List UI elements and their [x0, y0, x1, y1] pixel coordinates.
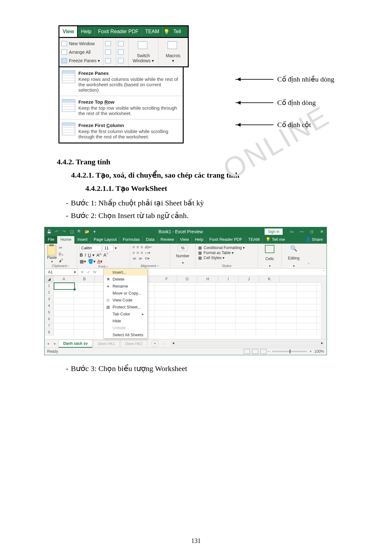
- ctx-protect-sheet[interactable]: ▦Protect Sheet...: [104, 303, 147, 310]
- wrap-text-icon[interactable]: ab↵: [145, 245, 152, 249]
- ctx-delete[interactable]: ✖Delete: [104, 276, 147, 283]
- redo-icon[interactable]: ↷: [62, 229, 67, 234]
- find-select-icon[interactable]: 🔍: [290, 245, 297, 252]
- tab-tell[interactable]: Tell: [170, 26, 184, 37]
- col-header[interactable]: G: [177, 276, 198, 282]
- horizontal-scrollbar[interactable]: ◂▸: [171, 341, 324, 346]
- tab-page-layout[interactable]: Page Layout: [90, 236, 119, 244]
- new-sheet-button[interactable]: +: [151, 340, 159, 347]
- increase-font-icon[interactable]: A^: [96, 253, 101, 258]
- zoom-out-icon[interactable]: −: [267, 349, 270, 354]
- align-center-icon[interactable]: ≡: [137, 251, 139, 255]
- ctx-insert[interactable]: Insert...: [104, 269, 147, 276]
- unhide-icon[interactable]: [105, 58, 111, 63]
- col-header[interactable]: J: [239, 276, 259, 282]
- italic-button[interactable]: I: [85, 253, 86, 258]
- percent-button[interactable]: %: [178, 245, 188, 251]
- hide-icon[interactable]: [105, 50, 111, 55]
- expand-formula-bar-icon[interactable]: ˅: [323, 270, 325, 274]
- align-middle-icon[interactable]: ≡: [137, 245, 139, 249]
- bold-button[interactable]: B: [80, 253, 83, 258]
- format-as-table-button[interactable]: ▦ Format as Table ▾: [198, 251, 255, 255]
- vertical-scrollbar[interactable]: [321, 282, 327, 339]
- align-right-icon[interactable]: ≡: [141, 251, 143, 255]
- enter-formula-icon[interactable]: ✓: [87, 270, 90, 274]
- tab-view[interactable]: View: [59, 26, 78, 38]
- col-header[interactable]: K: [259, 276, 280, 282]
- cancel-formula-icon[interactable]: ✕: [81, 270, 84, 274]
- share-button[interactable]: 👤 Share: [302, 236, 327, 244]
- sheet-tab-3[interactable]: Diem HK2: [120, 340, 147, 347]
- page-layout-view-icon[interactable]: [252, 349, 258, 354]
- align-left-icon[interactable]: ≡: [132, 251, 135, 255]
- close-icon[interactable]: ✕: [319, 229, 325, 234]
- row-header[interactable]: 8: [45, 329, 54, 336]
- menu-freeze-top-row[interactable]: Freeze Top Row Keep the top row visible …: [59, 96, 183, 119]
- row-header[interactable]: 3: [45, 296, 54, 302]
- maximize-icon[interactable]: ◻: [309, 229, 315, 234]
- menu-freeze-panes[interactable]: Freeze Panes Keep rows and columns visib…: [59, 67, 183, 96]
- reset-pos-icon[interactable]: [118, 58, 124, 63]
- row-header[interactable]: 6: [45, 316, 54, 322]
- font-color-button[interactable]: A▾: [97, 259, 102, 264]
- new-window-button[interactable]: New Window: [61, 41, 101, 46]
- tab-help[interactable]: Help: [78, 26, 95, 37]
- macros-button[interactable]: Macros▾: [158, 38, 188, 66]
- col-header[interactable]: A: [54, 276, 74, 282]
- arrange-all-button[interactable]: Arrange All: [61, 50, 101, 55]
- split-icon[interactable]: [105, 41, 111, 46]
- align-top-icon[interactable]: ≡: [132, 245, 135, 249]
- tab-insert[interactable]: Insert: [74, 236, 91, 244]
- normal-view-icon[interactable]: [244, 349, 250, 354]
- tab-view2[interactable]: View: [177, 236, 192, 244]
- cells-icon[interactable]: [265, 245, 274, 253]
- print-preview-icon[interactable]: 🔍: [77, 229, 82, 234]
- fx-icon[interactable]: fx: [93, 270, 96, 274]
- tab-home[interactable]: Home: [57, 236, 74, 244]
- sync-scroll-icon[interactable]: [118, 50, 124, 55]
- align-bottom-icon[interactable]: ≡: [141, 245, 143, 249]
- col-header[interactable]: F: [156, 276, 177, 282]
- cell-styles-button[interactable]: ▦ Cell Styles ▾: [198, 256, 255, 260]
- collapse-ribbon-icon[interactable]: ˄: [306, 263, 311, 267]
- page-break-view-icon[interactable]: [260, 349, 266, 354]
- ctx-move-copy[interactable]: Move or Copy...: [104, 289, 147, 296]
- minimize-icon[interactable]: —: [299, 229, 304, 234]
- col-header[interactable]: H: [198, 276, 218, 282]
- increase-indent-icon[interactable]: ≫: [138, 256, 143, 261]
- ctx-rename[interactable]: ●Rename: [104, 283, 147, 289]
- sheet-tab-1[interactable]: Danh sách sv: [58, 340, 92, 348]
- cut-icon[interactable]: ✂: [59, 245, 64, 250]
- ctx-tab-color[interactable]: Tab Color▸: [104, 310, 147, 317]
- tab-tellme[interactable]: 💡 Tell me: [262, 236, 288, 244]
- ctx-select-all-sheets[interactable]: Select All Sheets: [104, 331, 147, 338]
- tab-formulas[interactable]: Formulas: [119, 236, 143, 244]
- qat-more-icon[interactable]: ▾: [92, 229, 97, 234]
- row-header[interactable]: 7: [45, 322, 54, 329]
- sheet-nav-next[interactable]: ▸: [52, 341, 58, 346]
- tab-file[interactable]: File: [45, 236, 57, 244]
- merge-center-icon[interactable]: ▭▾: [145, 251, 150, 255]
- tab-foxit[interactable]: Foxit Reader PDF: [95, 26, 142, 37]
- format-painter-icon[interactable]: 🖌: [59, 258, 64, 263]
- sign-in-button[interactable]: Sign in: [264, 228, 283, 235]
- font-size-input[interactable]: [103, 245, 113, 251]
- zoom-level[interactable]: 100%: [314, 349, 324, 354]
- side-by-side-icon[interactable]: [118, 41, 124, 46]
- paste-button[interactable]: Paste▾: [47, 245, 57, 263]
- tab-review[interactable]: Review: [157, 236, 177, 244]
- tab-team[interactable]: TEAM: [142, 26, 162, 37]
- sheet-nav-prev[interactable]: ◂: [45, 341, 52, 346]
- ctx-view-code[interactable]: ⎚View Code: [104, 296, 147, 303]
- copy-icon[interactable]: ⎘▾: [59, 252, 64, 257]
- zoom-slider[interactable]: [272, 351, 307, 352]
- worksheet-grid[interactable]: ◢ A B C D E F G H I J K 1 2 3 4 5: [45, 276, 327, 339]
- row-header[interactable]: 1: [45, 283, 54, 289]
- orientation-icon[interactable]: ⟲▾: [144, 256, 150, 261]
- zoom-in-icon[interactable]: +: [309, 349, 312, 354]
- select-all-corner[interactable]: ◢: [45, 276, 54, 282]
- col-header[interactable]: I: [218, 276, 239, 282]
- fill-color-button[interactable]: 🪣▾: [88, 259, 95, 264]
- switch-windows-button[interactable]: SwitchWindows ▾: [129, 38, 158, 66]
- open-icon[interactable]: 📂: [84, 229, 89, 234]
